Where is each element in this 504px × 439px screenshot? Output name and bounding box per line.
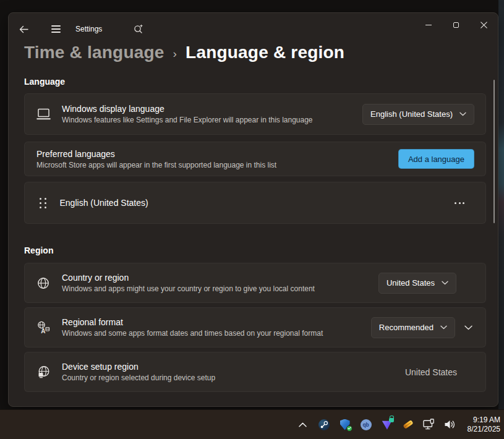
svg-text:A: A (41, 328, 45, 335)
clock-time: 9:19 AM (468, 416, 500, 425)
qbittorrent-logo: qb (361, 419, 372, 430)
add-language-button[interactable]: Add a language (398, 149, 474, 169)
security-check-badge (346, 425, 352, 432)
device-setup-region-row: Device setup region Country or region se… (24, 352, 486, 392)
search-sparkle-button[interactable] (130, 20, 147, 38)
breadcrumb-separator-icon: › (173, 45, 177, 61)
scrollbar-thumb[interactable] (493, 80, 495, 223)
volume-tray-icon[interactable] (444, 419, 456, 431)
display-device-tray-icon[interactable] (423, 419, 435, 431)
row-subtitle: Windows features like Settings and File … (62, 116, 313, 124)
minimize-button[interactable] (414, 13, 442, 36)
taskbar: qb (0, 409, 504, 439)
maximize-button[interactable] (442, 13, 470, 36)
windows-security-tray-icon[interactable] (339, 419, 351, 431)
row-subtitle: Country or region selected during device… (62, 373, 215, 382)
dropdown-value: English (United States) (370, 109, 453, 119)
drag-handle[interactable] (40, 198, 46, 208)
chevron-down-icon (459, 112, 466, 116)
system-tray: qb (297, 410, 500, 439)
chevron-down-icon (440, 325, 447, 330)
close-button[interactable] (470, 13, 498, 36)
orange-tool-icon (403, 420, 413, 429)
language-item-label: English (United States) (60, 198, 148, 208)
preferred-languages-row: Preferred languages Microsoft Store apps… (24, 142, 486, 176)
qbittorrent-tray-icon[interactable]: qb (360, 419, 372, 431)
chevron-up-icon (299, 422, 307, 427)
hamburger-icon (51, 25, 61, 27)
expand-row-button[interactable] (463, 318, 474, 337)
minimize-icon (425, 25, 432, 25)
row-title: Country or region (62, 273, 315, 283)
navigation-menu-button[interactable] (47, 20, 64, 38)
row-subtitle: Windows and some apps format dates and t… (62, 329, 323, 338)
app-title: Settings (75, 25, 102, 33)
breadcrumb: Time & language › Language & region (24, 43, 344, 62)
hidden-icons-chevron-button[interactable] (297, 419, 309, 431)
window-controls (414, 13, 498, 36)
taskbar-clock[interactable]: 9:19 AM 8/21/2025 (468, 416, 500, 434)
clock-date: 8/21/2025 (468, 425, 500, 434)
country-dropdown[interactable]: United States (378, 273, 456, 294)
chevron-down-icon (442, 281, 448, 285)
dropdown-value: United States (387, 278, 435, 288)
back-button[interactable] (15, 20, 32, 38)
windows-display-language-row: Windows display language Windows feature… (24, 93, 486, 135)
settings-window: Settings Time & language (8, 12, 498, 407)
search-sparkle-icon (133, 23, 144, 35)
row-title: Device setup region (62, 362, 215, 372)
dropdown-value: Recommended (379, 323, 434, 332)
speaker-icon (444, 419, 456, 430)
regional-format-dropdown[interactable]: Recommended (371, 317, 455, 338)
language-list-item[interactable]: English (United States) (24, 182, 486, 224)
region-section-header: Region (24, 245, 53, 255)
regional-format-icon: A (25, 321, 62, 334)
maximize-icon (453, 22, 459, 28)
country-or-region-row: Country or region Windows and apps might… (24, 263, 486, 303)
steam-tray-icon[interactable] (318, 419, 330, 431)
more-options-button[interactable] (451, 198, 468, 208)
globe-icon (25, 277, 62, 289)
titlebar: Settings (9, 13, 498, 45)
orange-utility-tray-icon[interactable] (402, 419, 414, 431)
regional-format-row: A Regional format Windows and some apps … (24, 307, 486, 347)
ellipsis-icon (455, 202, 456, 204)
steam-logo-icon (318, 419, 330, 430)
desktop-background-sliver (498, 0, 504, 439)
lock-icon (389, 418, 394, 422)
proton-vpn-tray-icon[interactable] (381, 419, 393, 431)
row-title: Preferred languages (36, 149, 276, 159)
page-title: Language & region (186, 43, 344, 62)
breadcrumb-parent[interactable]: Time & language (24, 43, 164, 62)
back-arrow-icon (19, 25, 28, 33)
language-section-header: Language (24, 77, 65, 87)
chevron-down-icon (464, 325, 472, 330)
device-setup-region-value: United States (405, 367, 457, 377)
display-language-dropdown[interactable]: English (United States) (362, 104, 474, 125)
row-title: Regional format (62, 317, 323, 327)
desktop: Settings Time & language (0, 0, 504, 439)
row-subtitle: Windows and apps might use your country … (62, 284, 315, 293)
row-title: Windows display language (62, 104, 313, 114)
display-language-icon (25, 108, 62, 120)
globe-device-icon (25, 365, 62, 378)
row-subtitle: Microsoft Store apps will appear in the … (36, 161, 276, 169)
close-icon (481, 22, 487, 28)
monitor-device-icon (423, 419, 435, 430)
